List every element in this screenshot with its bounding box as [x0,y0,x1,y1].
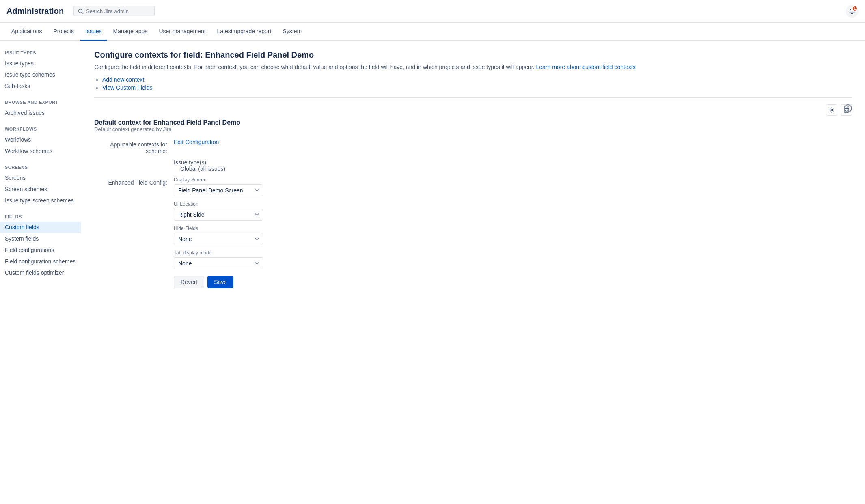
nav-user-management[interactable]: User management [154,23,210,41]
sidebar-item-screens[interactable]: Screens [0,172,81,183]
save-button[interactable]: Save [207,276,233,288]
nav-applications[interactable]: Applications [6,23,47,41]
main-nav: Applications Projects Issues Manage apps… [0,23,865,41]
hide-fields-label: Hide Fields [174,226,279,231]
settings-button[interactable] [826,104,837,116]
issue-types-header: Issue type(s): [174,159,279,166]
page-desc-text: Configure the field in different context… [94,64,535,70]
context-title: Default context for Enhanced Field Panel… [94,119,852,126]
sidebar-item-workflows[interactable]: Workflows [0,134,81,145]
main-content: Configure contexts for field: Enhanced F… [81,41,865,504]
nav-issues[interactable]: Issues [80,23,106,41]
context-subtitle: Default context generated by Jira [94,126,852,132]
context-section: Default context for Enhanced Field Panel… [94,104,852,288]
enhanced-field-config-label: Enhanced Field Config: [94,177,167,186]
tab-display-mode-select[interactable]: None [174,257,263,269]
layout: Issue Types Issue types Issue type schem… [0,41,865,504]
display-screen-label: Display Screen [174,177,279,183]
enhanced-field-config-value: Display Screen Field Panel Demo Screen D… [174,177,279,269]
view-custom-fields-link[interactable]: View Custom Fields [102,84,152,91]
sidebar-section-issue-types: Issue Types [0,45,81,58]
gear-icon [829,107,835,113]
search-icon [78,9,84,14]
nav-upgrade-report[interactable]: Latest upgrade report [212,23,276,41]
issue-types-value: Issue type(s): Global (all issues) [174,159,279,172]
sidebar-section-workflows: Workflows [0,122,81,134]
sidebar-item-issue-types[interactable]: Issue types [0,58,81,69]
action-links: Add new context View Custom Fields [94,76,852,91]
divider [94,97,852,98]
sidebar-item-issue-type-schemes[interactable]: Issue type schemes [0,69,81,80]
ui-location-label: UI Location [174,201,279,207]
hide-fields-group: Hide Fields None [174,226,279,245]
display-screen-group: Display Screen Field Panel Demo Screen D… [174,177,279,196]
issue-types-content: Global (all issues) [174,166,279,172]
applicable-contexts-label: Applicable contexts for scheme: [94,139,167,154]
help-icon[interactable]: ? [844,104,852,112]
sidebar-item-workflow-schemes[interactable]: Workflow schemes [0,145,81,157]
tab-display-mode-label: Tab display mode [174,250,279,256]
form-buttons: Revert Save [174,276,852,288]
ui-location-group: UI Location Right Side Left Side Bottom [174,201,279,221]
section-top-actions [94,104,852,116]
sidebar: Issue Types Issue types Issue type schem… [0,41,81,504]
sidebar-item-issue-type-screen-schemes[interactable]: Issue type screen schemes [0,195,81,206]
svg-point-1 [831,109,833,111]
nav-manage-apps[interactable]: Manage apps [108,23,153,41]
notification-count: 1 [852,6,858,11]
issue-types-label [94,159,167,162]
app-title: Administration [6,6,64,16]
page-header: Configure contexts for field: Enhanced F… [94,50,852,91]
nav-projects[interactable]: Projects [49,23,79,41]
sidebar-item-screen-schemes[interactable]: Screen schemes [0,183,81,195]
header-right: 1 [846,5,859,18]
edit-configuration-link[interactable]: Edit Configuration [174,139,219,145]
learn-more-link[interactable]: Learn more about custom field contexts [536,64,636,70]
sidebar-item-custom-fields[interactable]: Custom fields [0,222,81,233]
sidebar-section-screens: Screens [0,160,81,172]
page-description: Configure the field in different context… [94,63,852,71]
sidebar-item-field-configuration-schemes[interactable]: Field configuration schemes [0,256,81,267]
sidebar-item-sub-tasks[interactable]: Sub-tasks [0,80,81,92]
svg-point-0 [79,9,82,13]
context-form: Applicable contexts for scheme: Edit Con… [94,139,852,269]
sidebar-section-browse-export: Browse and Export [0,95,81,107]
applicable-contexts-value: Edit Configuration [174,139,279,145]
add-new-context-link[interactable]: Add new context [102,76,145,83]
header: Administration Search Jira admin 1 [0,0,865,23]
nav-system[interactable]: System [278,23,306,41]
sidebar-item-custom-fields-optimizer[interactable]: Custom fields optimizer [0,267,81,278]
search-placeholder: Search Jira admin [86,8,129,14]
tab-display-mode-group: Tab display mode None [174,250,279,269]
display-screen-select[interactable]: Field Panel Demo Screen Default Screen [174,184,263,196]
sidebar-item-archived-issues[interactable]: Archived issues [0,107,81,118]
page-title: Configure contexts for field: Enhanced F… [94,50,852,60]
notification-button[interactable]: 1 [846,5,859,18]
sidebar-section-fields: Fields [0,209,81,222]
revert-button[interactable]: Revert [174,276,204,288]
ui-location-select[interactable]: Right Side Left Side Bottom [174,209,263,221]
sidebar-item-field-configurations[interactable]: Field configurations [0,244,81,256]
hide-fields-select[interactable]: None [174,233,263,245]
search-bar[interactable]: Search Jira admin [73,6,155,16]
sidebar-item-system-fields[interactable]: System fields [0,233,81,244]
